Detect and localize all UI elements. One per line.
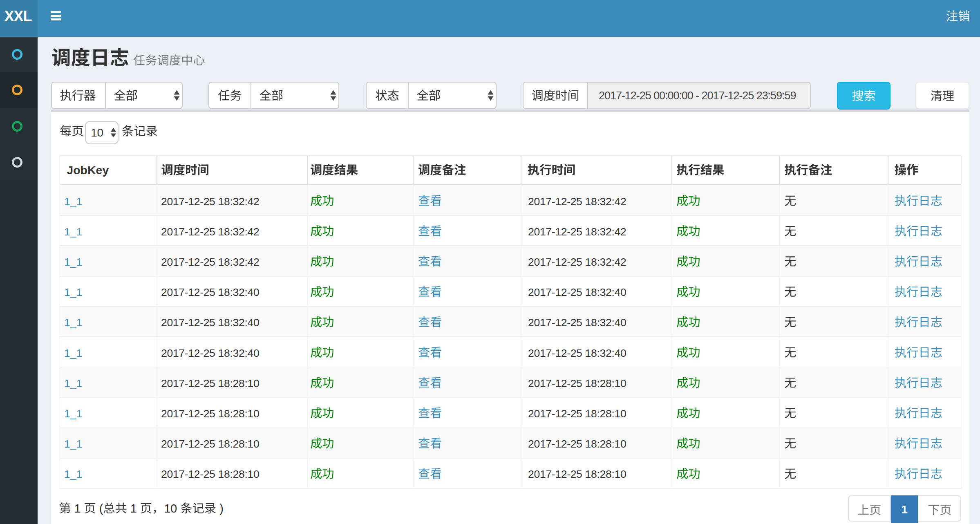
svg-text:JobKey: JobKey (67, 163, 109, 177)
svg-text:1_1: 1_1 (64, 347, 82, 359)
svg-text:2017-12-25 18:28:10: 2017-12-25 18:28:10 (161, 377, 259, 390)
svg-text:2017-12-25 18:28:10: 2017-12-25 18:28:10 (161, 408, 259, 420)
svg-text:XXL: XXL (4, 8, 31, 25)
svg-text:): ) (216, 502, 224, 515)
svg-text:2017-12-25 18:28:10: 2017-12-25 18:28:10 (161, 468, 259, 480)
svg-text:2017-12-25 18:32:42: 2017-12-25 18:32:42 (528, 195, 626, 208)
svg-text:1_1: 1_1 (64, 316, 82, 329)
svg-text:1_1: 1_1 (64, 377, 82, 390)
svg-text:2017-12-25 18:32:40: 2017-12-25 18:32:40 (528, 316, 626, 329)
svg-text:2017-12-25 18:32:42: 2017-12-25 18:32:42 (161, 195, 259, 208)
svg-text:1_1: 1_1 (64, 226, 82, 238)
svg-text:2017-12-25 18:28:10: 2017-12-25 18:28:10 (528, 377, 626, 390)
svg-text:1_1: 1_1 (64, 408, 82, 420)
svg-text:2017-12-25 18:32:42: 2017-12-25 18:32:42 (528, 226, 626, 238)
svg-text:10: 10 (91, 126, 103, 139)
svg-text:10: 10 (164, 502, 177, 515)
svg-text:2017-12-25 18:32:40: 2017-12-25 18:32:40 (528, 286, 626, 298)
svg-text:1: 1 (71, 502, 84, 515)
svg-text:2017-12-25 18:32:40: 2017-12-25 18:32:40 (161, 347, 259, 359)
svg-text:1: 1 (901, 503, 908, 516)
svg-text:2017-12-25 18:32:40: 2017-12-25 18:32:40 (161, 316, 259, 329)
svg-text:2017-12-25 18:28:10: 2017-12-25 18:28:10 (528, 408, 626, 420)
svg-text:2017-12-25 18:32:42: 2017-12-25 18:32:42 (161, 226, 259, 238)
svg-text:1_1: 1_1 (64, 256, 82, 268)
svg-text:2017-12-25 18:28:10: 2017-12-25 18:28:10 (528, 438, 626, 450)
svg-text:2017-12-25 18:32:42: 2017-12-25 18:32:42 (161, 256, 259, 268)
svg-text:2017-12-25 00:00:00 - 2017-12-: 2017-12-25 00:00:00 - 2017-12-25 23:59:5… (599, 90, 796, 102)
svg-text:2017-12-25 18:32:42: 2017-12-25 18:32:42 (528, 256, 626, 268)
svg-text:2017-12-25 18:28:10: 2017-12-25 18:28:10 (161, 438, 259, 450)
svg-text:2017-12-25 18:32:40: 2017-12-25 18:32:40 (528, 347, 626, 359)
svg-text:1_1: 1_1 (64, 438, 82, 450)
svg-text:1_1: 1_1 (64, 286, 82, 298)
svg-text:(: ( (96, 502, 103, 515)
svg-text:1: 1 (127, 502, 140, 515)
svg-text:2017-12-25 18:32:40: 2017-12-25 18:32:40 (161, 286, 259, 298)
svg-text:1_1: 1_1 (64, 468, 82, 480)
svg-text:2017-12-25 18:28:10: 2017-12-25 18:28:10 (528, 468, 626, 480)
svg-text:1_1: 1_1 (64, 195, 82, 208)
